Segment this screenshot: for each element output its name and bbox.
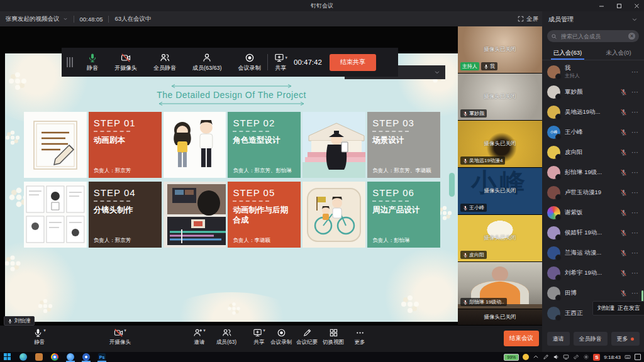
mute-all-button[interactable]: 全员静音 — [153, 53, 176, 72]
app-icon[interactable] — [82, 353, 90, 361]
tile-name-chip: 彭怡琳 19级动.. — [460, 298, 507, 306]
flower-icon — [443, 211, 447, 215]
avatar — [547, 186, 560, 199]
maximize-button[interactable] — [615, 2, 623, 9]
member-more-button[interactable]: ⋯ — [631, 108, 639, 116]
record-button[interactable]: 会议录制 — [238, 53, 261, 72]
end-share-button[interactable]: 结束共享 — [330, 54, 376, 71]
members-button[interactable]: 成员(63) — [209, 328, 244, 346]
member-row[interactable]: 覃妙颜 ⋯ — [542, 82, 644, 102]
member-list: 我主持人 ⋯ 覃妙颜 ⋯ 吴地远19动... ⋯ 小峰 王小峰 ⋯ — [542, 62, 644, 324]
member-name: 覃妙颜 — [565, 88, 583, 96]
dashed-divider — [233, 200, 269, 202]
tile-name-chip: 王小峰 — [460, 204, 487, 212]
chrome-icon[interactable] — [51, 353, 58, 361]
video-tile[interactable]: 摄像头已关闭 — [458, 309, 542, 326]
tile-name-chip: 覃妙颜 — [460, 109, 487, 118]
members-button[interactable]: 成员(63/63) — [192, 53, 222, 72]
end-meeting-button[interactable]: 结束会议 — [504, 331, 539, 346]
input-method-icon[interactable]: S — [593, 354, 600, 361]
more-button[interactable]: 更多 — [342, 328, 377, 346]
member-search[interactable]: ✕ — [547, 30, 639, 42]
meeting-title-dropdown[interactable]: 张爽发起的视频会议 — [0, 15, 74, 23]
app-icon[interactable] — [35, 353, 43, 361]
caret-down-icon: ▾ — [124, 328, 126, 332]
invite-button[interactable]: 邀请 — [547, 332, 570, 346]
tab-joined[interactable]: 已入会(63) — [542, 47, 593, 60]
member-row[interactable]: 吴地远19动... ⋯ — [542, 102, 644, 122]
member-more-button[interactable]: ⋯ — [631, 229, 639, 237]
mute-button[interactable]: 静音 — [87, 53, 98, 72]
tray-expand-icon[interactable] — [533, 354, 539, 360]
member-row[interactable]: 皮向阳 ⋯ — [542, 142, 644, 162]
settings-icon[interactable] — [583, 354, 589, 360]
caret-down-icon: ▾ — [286, 55, 288, 60]
camera-button[interactable]: ▾ 开摄像头 — [103, 328, 138, 346]
step-card-6: STEP 06 周边产品设计 负责人：彭怡琳 — [367, 182, 440, 248]
member-row[interactable]: 卢世玉动漫19 ⋯ — [542, 182, 644, 202]
muted-mic-icon — [620, 250, 627, 256]
dingtalk-icon[interactable] — [67, 353, 74, 361]
floral-decoration — [5, 242, 80, 322]
member-row[interactable]: 小峰 王小峰 ⋯ — [542, 122, 644, 142]
muted-mic-icon — [463, 206, 468, 211]
battery-indicator[interactable]: 99% — [504, 354, 519, 361]
edge-browser-icon[interactable] — [19, 353, 27, 361]
link-icon[interactable] — [573, 354, 579, 360]
member-more-button[interactable]: ⋯ — [631, 148, 639, 156]
photoshop-icon[interactable]: Ps — [98, 353, 106, 361]
pen-icon[interactable] — [543, 354, 549, 360]
mute-all-button[interactable]: 全员静音 — [574, 332, 608, 346]
member-more-button[interactable]: ⋯ — [631, 68, 639, 76]
member-more-button[interactable]: ⋯ — [631, 289, 639, 297]
member-more-button[interactable]: ⋯ — [631, 88, 639, 96]
member-row[interactable]: 兰海运 动漫... ⋯ — [542, 243, 644, 263]
camera-button[interactable]: 开摄像头 — [114, 53, 137, 72]
dashed-divider — [372, 131, 409, 132]
muted-mic-icon — [620, 169, 627, 176]
mic-icon — [87, 53, 97, 63]
more-button[interactable]: 更多 — [611, 332, 640, 346]
camera-off-label: 摄像头已关闭 — [458, 46, 542, 53]
notification-center-icon[interactable] — [635, 354, 641, 360]
video-tile[interactable]: 小峰 摄像头已关闭 王小峰 — [458, 168, 542, 215]
collapse-chevron-icon[interactable] — [631, 16, 638, 23]
muted-mic-icon — [463, 253, 468, 258]
member-row[interactable]: 刘希宇 19动... ⋯ — [542, 263, 644, 283]
member-more-button[interactable]: ⋯ — [631, 209, 639, 217]
member-more-button[interactable]: ⋯ — [631, 128, 639, 136]
search-input[interactable] — [560, 33, 626, 40]
video-tile[interactable]: 摄像头已关闭 覃妙颜 — [458, 74, 542, 121]
chevron-down-icon[interactable] — [434, 69, 440, 75]
member-more-button[interactable]: ⋯ — [631, 249, 639, 257]
step-card-2: STEP 02 角色造型设计 负责人：邢京芳、彭怡琳 — [228, 112, 301, 178]
close-button[interactable] — [633, 2, 640, 9]
fullscreen-button[interactable]: 全屏 — [518, 15, 538, 23]
toolbar-drag-handle[interactable] — [67, 57, 73, 67]
member-more-button[interactable]: ⋯ — [631, 168, 639, 177]
clock[interactable]: 9:18:43 — [604, 354, 621, 360]
member-more-button[interactable]: ⋯ — [631, 269, 639, 277]
monitor-icon[interactable] — [563, 354, 569, 360]
video-tile[interactable]: 摄像头已关闭 主持人 我 — [458, 26, 542, 74]
speaker-icon[interactable] — [553, 354, 559, 360]
clear-search-button[interactable]: ✕ — [628, 33, 635, 40]
flower-icon — [232, 307, 236, 310]
start-button[interactable] — [4, 353, 11, 361]
member-row[interactable]: 我主持人 ⋯ — [542, 62, 644, 82]
member-row[interactable]: 田博 ⋯ — [542, 283, 644, 303]
touch-keyboard-icon[interactable] — [625, 354, 631, 360]
video-tile[interactable]: 摄像头已关闭 吴地远19动漫4 — [458, 121, 542, 168]
video-tile[interactable]: 彭怡琳 19级动.. — [458, 262, 542, 309]
tray-app-icon[interactable] — [523, 354, 529, 360]
tab-not-joined[interactable]: 未入会(0) — [593, 47, 644, 60]
chevron-down-icon — [63, 16, 68, 21]
mute-button[interactable]: ▾ 静音 — [22, 328, 57, 346]
member-row[interactable]: 彭怡琳 19级... ⋯ — [542, 162, 644, 182]
share-button[interactable]: ▾ 共享 — [274, 53, 288, 72]
member-row[interactable]: 谢紫饭 ⋯ — [542, 202, 644, 222]
minimize-button[interactable] — [597, 2, 605, 9]
member-row[interactable]: 侯婧轩 19动... ⋯ — [542, 222, 644, 243]
member-more-button[interactable]: ⋯ — [631, 189, 639, 197]
video-tile[interactable]: 摄像头已关闭 皮向阳 — [458, 215, 542, 262]
